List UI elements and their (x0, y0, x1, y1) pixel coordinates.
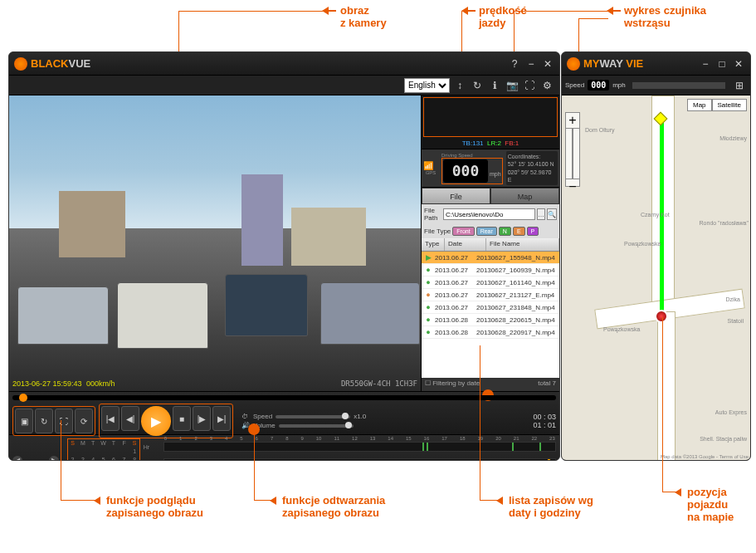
road-vertical-2 (657, 311, 676, 461)
map-speed-label: Speed (565, 81, 584, 89)
map-close-icon[interactable]: ✕ (732, 57, 745, 71)
hour-tick: 21 (514, 436, 519, 441)
line (61, 500, 95, 501)
file-tabs: File Map (422, 188, 559, 204)
language-select[interactable]: English (404, 78, 450, 93)
map-minimize-icon[interactable]: − (699, 57, 712, 71)
file-row[interactable]: ▶2013.06.2720130627_155948_N.mp4 (422, 252, 559, 264)
file-date: 2013.06.27 (435, 279, 476, 286)
year-next[interactable]: ▶ (49, 456, 59, 462)
file-row[interactable]: ●2013.06.2720130627_231848_N.mp4 (422, 301, 559, 314)
file-row[interactable]: ●2013.06.2720130627_213127_E.mp4 (422, 289, 559, 301)
gps-label: GPS (426, 170, 437, 175)
toolbar-icon-0[interactable]: ↻ (470, 78, 485, 93)
filter-rear[interactable]: Rear (476, 227, 497, 236)
seek-handle[interactable] (19, 394, 27, 402)
stop-button[interactable]: ■ (173, 406, 191, 431)
gps-panel: 📶 GPS Driving Speed 000 mph Coordinates:… (422, 149, 559, 188)
calendar-day[interactable]: 5 (99, 456, 108, 461)
map-area[interactable]: Map Satellite + − Dom Oltury Młodziewy C… (562, 95, 750, 461)
side-panel: TB:131 LR:2 FB:1 📶 GPS Driving Speed 000… (421, 95, 559, 391)
arrow-head (675, 488, 681, 497)
path-input[interactable] (443, 208, 535, 220)
line (514, 11, 608, 12)
toolbar-icon-2[interactable]: 📷 (505, 78, 519, 93)
file-row[interactable]: ●2013.06.2820130628_220917_N.mp4 (422, 326, 559, 339)
file-type-icon: ● (422, 328, 435, 336)
hour-tick: 11 (334, 436, 339, 441)
calendar-day[interactable]: 3 (78, 456, 87, 461)
zoom-in-icon[interactable]: + (566, 113, 579, 129)
weekday-label: F (119, 439, 129, 447)
weekday-label: W (99, 439, 108, 447)
search-icon[interactable]: 🔍 (547, 208, 557, 220)
calendar-day[interactable]: 7 (119, 456, 129, 461)
tab-file[interactable]: File (422, 188, 490, 204)
model-overlay: DR550GW-4CH 1CH3F (341, 379, 417, 388)
prev-file-button[interactable]: |◀ (101, 406, 119, 431)
map-settings-icon[interactable]: ⊞ (732, 78, 747, 93)
arrow (467, 10, 476, 12)
map-attribution: Map data ©2013 Google - Terms of Use (661, 454, 749, 459)
toolbar-icon-3[interactable]: ⛶ (522, 78, 537, 93)
file-type-icon: ● (422, 303, 435, 311)
map-zoom-control[interactable]: + − (565, 112, 580, 187)
year-prev[interactable]: ◀ (12, 456, 22, 462)
capture-button[interactable]: ▣ (15, 409, 33, 433)
volume-slider[interactable] (279, 424, 354, 428)
map-label: Statoil (728, 318, 744, 324)
flip-icon[interactable]: ↕ (452, 78, 467, 93)
map-titlebar: MYWAY VIE − □ ✕ (562, 52, 750, 76)
file-name: 20130628_220917_N.mp4 (476, 329, 559, 336)
calendar-day[interactable]: 8 (129, 456, 139, 461)
calendar-day[interactable]: 4 (89, 456, 98, 461)
calendar-day[interactable]: 6 (109, 456, 118, 461)
help-icon[interactable]: ? (508, 57, 521, 71)
calendar-day[interactable]: 2 (68, 456, 77, 461)
brand-label: BLACKVUE (31, 57, 90, 70)
minimize-icon[interactable]: − (524, 57, 538, 71)
zoom-out-icon[interactable]: − (566, 179, 579, 194)
play-button[interactable]: ▶ (141, 406, 171, 436)
speed-slider-label: Speed (253, 413, 272, 420)
line (480, 345, 480, 500)
filter-front[interactable]: Front (452, 227, 474, 236)
map-type-map[interactable]: Map (687, 99, 712, 111)
rotate-button[interactable]: ↻ (35, 409, 53, 433)
tab-map[interactable]: Map (490, 188, 559, 204)
map-type-satellite[interactable]: Satellite (712, 99, 747, 111)
timeline-hours[interactable]: 01234567891011121314151617181920212223 (163, 442, 556, 452)
fullscreen-button[interactable]: ⛶ (55, 409, 73, 433)
refresh-button[interactable]: ⟳ (75, 409, 93, 433)
filter-e[interactable]: E (513, 227, 525, 236)
annotation-camera: obraz z kamery (340, 4, 387, 29)
map-window: MYWAY VIE − □ ✕ Speed 000 mph ⊞ Map Sate… (561, 51, 751, 461)
hour-tick: 5 (240, 436, 242, 441)
annotation-filelist: lista zapisów wg daty i godziny (509, 494, 593, 519)
arrow-head (94, 497, 100, 505)
step-fwd-button[interactable]: |▶ (193, 406, 211, 431)
map-maximize-icon[interactable]: □ (715, 57, 729, 71)
filter-p[interactable]: P (527, 227, 539, 236)
filter-n[interactable]: N (499, 227, 511, 236)
speed-slider[interactable] (276, 415, 350, 418)
step-back-button[interactable]: ◀| (121, 406, 139, 431)
titlebar: BLACKVUE ? − ✕ (9, 52, 559, 76)
file-row[interactable]: ●2013.06.2720130627_160939_N.mp4 (422, 264, 559, 276)
file-row[interactable]: ●2013.06.2820130628_220615_N.mp4 (422, 314, 559, 326)
browse-button[interactable]: … (537, 208, 545, 220)
calendar[interactable]: SMTWTFS123456789101112131415161718192021… (67, 438, 140, 461)
hour-tick: 9 (300, 436, 303, 441)
toolbar-icon-4[interactable]: ⚙ (539, 78, 554, 93)
map-brand: MYWAY VIE (583, 57, 643, 70)
timeline-minutes[interactable] (163, 458, 556, 461)
file-type-icon: ● (422, 316, 435, 324)
seek-bar[interactable] (12, 395, 556, 400)
file-row[interactable]: ●2013.06.2720130627_161140_N.mp4 (422, 276, 559, 289)
close-icon[interactable]: ✕ (541, 57, 554, 71)
next-file-button[interactable]: ▶| (212, 406, 231, 431)
annotation-speed: prędkość jazdy (479, 4, 527, 29)
toolbar-icon-1[interactable]: ℹ (487, 78, 502, 93)
calendar-day[interactable]: 1 (129, 448, 139, 455)
hour-tick: 23 (549, 436, 555, 441)
